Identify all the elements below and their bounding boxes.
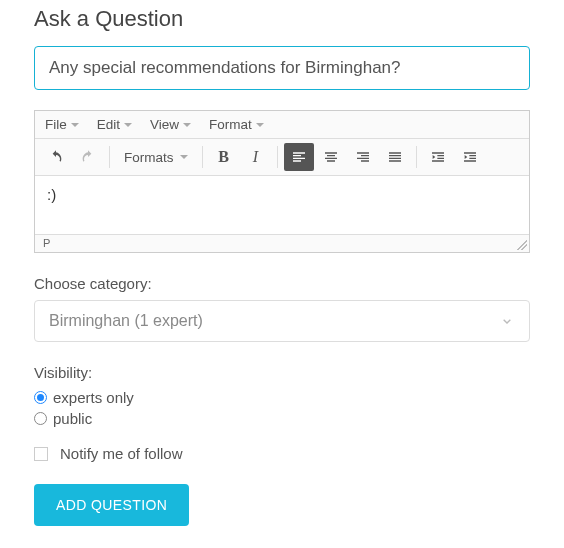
category-select[interactable]: Birminghan (1 expert) [34,300,530,342]
caret-icon [124,123,132,127]
italic-button[interactable]: I [241,143,271,171]
menu-view[interactable]: View [150,117,191,132]
editor-path: P [43,237,50,249]
caret-icon [183,123,191,127]
visibility-label: Visibility: [34,364,530,381]
editor-menubar: File Edit View Format [35,111,529,139]
undo-button[interactable] [41,143,71,171]
editor-content-area[interactable]: :) [35,176,529,234]
category-selected-value: Birminghan (1 expert) [49,312,203,330]
category-label: Choose category: [34,275,530,292]
question-title-input[interactable] [34,46,530,90]
radio-icon [34,412,47,425]
caret-icon [71,123,79,127]
visibility-option-experts[interactable]: experts only [34,389,530,406]
bold-button[interactable]: B [209,143,239,171]
align-right-button[interactable] [348,143,378,171]
notify-checkbox[interactable]: Notify me of follow [34,445,530,462]
align-left-button[interactable] [284,143,314,171]
chevron-down-icon [499,313,515,329]
editor-status-bar: P [35,234,529,252]
indent-button[interactable] [455,143,485,171]
redo-button[interactable] [73,143,103,171]
page-title: Ask a Question [34,6,530,32]
align-center-button[interactable] [316,143,346,171]
rich-text-editor: File Edit View Format Formats B I [34,110,530,253]
visibility-option-public[interactable]: public [34,410,530,427]
editor-toolbar: Formats B I [35,139,529,176]
outdent-button[interactable] [423,143,453,171]
caret-icon [180,155,188,159]
resize-handle-icon[interactable] [517,240,527,250]
radio-icon [34,391,47,404]
menu-edit[interactable]: Edit [97,117,132,132]
menu-file[interactable]: File [45,117,79,132]
formats-dropdown[interactable]: Formats [116,143,196,171]
align-justify-button[interactable] [380,143,410,171]
menu-format[interactable]: Format [209,117,264,132]
add-question-button[interactable]: ADD QUESTION [34,484,189,526]
checkbox-icon [34,447,48,461]
caret-icon [256,123,264,127]
